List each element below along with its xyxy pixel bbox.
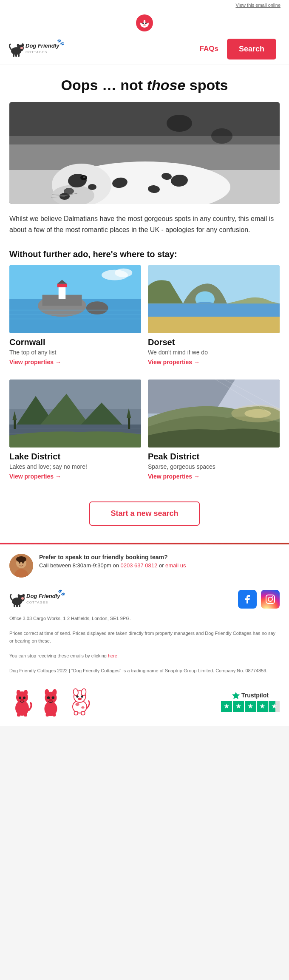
svg-text:COTTAGES: COTTAGES: [26, 50, 47, 54]
svg-rect-118: [46, 713, 49, 717]
view-online-link[interactable]: View this email online: [235, 3, 280, 8]
search-button[interactable]: Search: [227, 39, 276, 59]
svg-rect-109: [17, 713, 20, 717]
property-card-peak: Peak District Sparse, gorgeous spaces Vi…: [144, 380, 280, 489]
trustpilot-label: Trustpilot: [241, 692, 269, 699]
svg-point-34: [60, 193, 70, 200]
svg-rect-46: [59, 286, 66, 299]
email-wrapper: View this email online: [0, 0, 289, 726]
footer-stop-text-prefix: You can stop receiving these emails by c…: [9, 653, 108, 658]
headline-part2: spots: [185, 77, 228, 93]
hero-image-section: [0, 102, 289, 204]
footer-stop-link[interactable]: here: [108, 653, 117, 658]
svg-point-86: [19, 562, 20, 564]
cornwall-name: Cornwall: [9, 337, 141, 347]
tp-star-4: ★: [257, 701, 268, 712]
dorset-link[interactable]: View properties →: [148, 359, 200, 365]
svg-rect-63: [9, 380, 141, 409]
tp-star-5: ★: [269, 701, 280, 712]
peak-image: [148, 380, 280, 448]
svg-point-5: [145, 23, 147, 24]
tp-star-3: ★: [245, 701, 256, 712]
svg-rect-110: [24, 713, 27, 717]
cornwall-link[interactable]: View properties →: [9, 359, 61, 365]
svg-rect-13: [15, 54, 17, 57]
booking-team-section: Prefer to speak to our friendly booking …: [0, 544, 289, 584]
svg-point-40: [211, 128, 232, 144]
trustpilot-area: Trustpilot ★ ★ ★ ★ ★: [221, 691, 280, 712]
svg-point-107: [23, 697, 26, 699]
facebook-icon[interactable]: [238, 590, 257, 609]
svg-point-128: [81, 706, 84, 709]
tp-star-1: ★: [221, 701, 232, 712]
header: Dog Friendly COTTAGES 🐾 FAQs Search: [0, 33, 289, 65]
svg-point-126: [78, 698, 82, 700]
svg-point-115: [47, 697, 50, 699]
top-logo-center: [0, 10, 289, 33]
svg-rect-47: [57, 284, 67, 287]
booking-email-link[interactable]: email us: [165, 562, 186, 569]
peak-svg: [148, 380, 280, 448]
svg-point-4: [142, 23, 144, 24]
svg-rect-60: [148, 316, 280, 333]
footer-bottom: Trustpilot ★ ★ ★ ★ ★: [0, 679, 289, 726]
svg-text:Dog Friendly: Dog Friendly: [26, 593, 60, 599]
svg-rect-95: [19, 604, 20, 607]
avatar: [9, 554, 33, 578]
svg-point-127: [75, 703, 79, 706]
logo-area: Dog Friendly COTTAGES 🐾: [8, 38, 64, 59]
property-card-cornwall: Cornwall The top of any list View proper…: [9, 265, 144, 374]
svg-rect-61: [148, 304, 280, 317]
cornwall-tagline: The top of any list: [9, 349, 141, 356]
svg-point-79: [244, 409, 271, 418]
dog-illus-3: [67, 687, 93, 717]
social-icons: [238, 590, 280, 609]
property-card-lake: Lake District Lakes and love; say no mor…: [9, 380, 144, 489]
svg-point-106: [19, 697, 21, 699]
svg-rect-130: [81, 711, 85, 715]
top-bar: View this email online: [0, 0, 289, 10]
svg-rect-129: [74, 711, 78, 715]
booking-or: or: [159, 562, 165, 569]
svg-point-39: [167, 115, 192, 132]
lake-tagline: Lakes and love; say no more!: [9, 463, 141, 470]
peak-tagline: Sparse, gorgeous spaces: [148, 463, 280, 470]
dalmatian-svg: [9, 102, 280, 204]
svg-rect-73: [128, 418, 130, 429]
peak-name: Peak District: [148, 452, 280, 462]
nav-area: FAQs Search: [200, 39, 276, 59]
svg-point-101: [272, 596, 273, 598]
svg-rect-94: [16, 604, 18, 607]
trustpilot-star-icon: [232, 691, 240, 699]
dog-illus-1: [9, 687, 35, 717]
svg-marker-131: [232, 692, 240, 699]
peak-link[interactable]: View properties →: [148, 473, 200, 480]
lake-link[interactable]: View properties →: [9, 473, 61, 480]
svg-point-87: [22, 562, 24, 564]
tp-star-2: ★: [233, 701, 244, 712]
footer-office-address: Office 3.03 Cargo Works, 1-2 Hatfields, …: [9, 615, 280, 623]
booking-phone[interactable]: 0203 637 0812: [121, 562, 158, 569]
cta-section: Start a new search: [0, 489, 289, 543]
lake-image: [9, 380, 141, 448]
svg-point-54: [115, 269, 132, 278]
svg-point-49: [86, 301, 108, 314]
booking-body: Call between 8:30am-9:30pm on: [39, 562, 121, 569]
svg-point-6: [143, 24, 146, 26]
cornwall-svg: [9, 265, 141, 333]
trustpilot-logo: Trustpilot: [232, 691, 269, 699]
footer-stop-text: You can stop receiving these emails by c…: [9, 652, 280, 660]
footer-logo-social: Dog Friendly COTTAGES 🐾: [0, 584, 289, 613]
svg-rect-14: [18, 54, 20, 57]
dalmatian-image: [9, 102, 280, 204]
headline-section: Oops … not those spots: [0, 65, 289, 102]
svg-point-108: [20, 699, 24, 701]
svg-point-124: [76, 695, 79, 698]
dorset-name: Dorset: [148, 337, 280, 347]
footer-logo: Dog Friendly COTTAGES 🐾: [9, 589, 65, 610]
start-search-button[interactable]: Start a new search: [89, 501, 199, 526]
instagram-icon[interactable]: [261, 590, 280, 609]
svg-rect-119: [53, 713, 56, 717]
faq-link[interactable]: FAQs: [200, 45, 218, 53]
footer-address: Office 3.03 Cargo Works, 1-2 Hatfields, …: [0, 613, 289, 679]
